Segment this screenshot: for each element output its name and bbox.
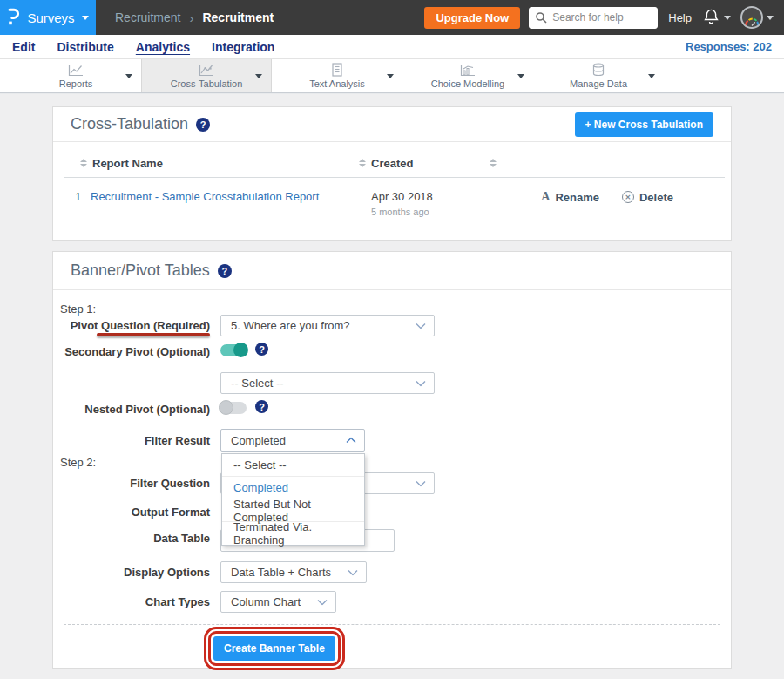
column-report-name[interactable]: Report Name	[92, 157, 354, 170]
help-question-icon[interactable]: ?	[255, 343, 268, 356]
output-format-label: Output Format	[53, 506, 210, 519]
breadcrumb: Recruitment › Recruitment	[115, 10, 274, 25]
red-underline-annotation	[97, 333, 210, 336]
nav-item-edit[interactable]: Edit	[12, 40, 35, 54]
chevron-down-icon	[416, 480, 426, 486]
tab-label: Reports	[59, 78, 93, 89]
upgrade-now-button[interactable]: Upgrade Now	[424, 7, 520, 29]
analytics-toolbar: Reports Cross-Tabulation Text Analysis C…	[0, 59, 784, 93]
delete-label: Delete	[639, 191, 673, 204]
breadcrumb-current: Recruitment	[202, 10, 274, 24]
line-chart-icon	[68, 63, 84, 77]
dropdown-option[interactable]: Terminated Via. Branching	[222, 522, 364, 545]
new-cross-tabulation-button[interactable]: + New Cross Tabulation	[575, 112, 714, 137]
help-link[interactable]: Help	[668, 11, 692, 24]
rename-label: Rename	[555, 191, 599, 204]
filter-result-select[interactable]: Completed	[220, 429, 365, 452]
banner-pivot-header: Banner/Pivot Tables ?	[53, 252, 731, 290]
sort-icon[interactable]	[75, 159, 92, 167]
sort-icon[interactable]	[484, 159, 502, 167]
bell-icon	[703, 8, 720, 28]
table-row: 1 Recruitment - Sample Crosstabulation R…	[75, 178, 713, 217]
top-bar: Surveys Recruitment › Recruitment Upgrad…	[0, 0, 784, 35]
nested-pivot-label: Nested Pivot (Optional)	[53, 403, 210, 416]
nested-pivot-toggle[interactable]	[220, 402, 247, 414]
toggle-knob	[233, 343, 248, 357]
help-search-input[interactable]	[529, 7, 658, 29]
survey-nav: Edit Distribute Analytics Integration Re…	[0, 35, 784, 59]
secondary-pivot-toggle[interactable]	[220, 344, 247, 356]
nav-item-distribute[interactable]: Distribute	[57, 40, 113, 54]
pivot-question-select[interactable]: 5. Where are you from?	[220, 315, 435, 336]
rename-button[interactable]: A Rename	[541, 190, 599, 204]
create-banner-table-button[interactable]: Create Banner Table	[213, 636, 335, 661]
help-question-icon[interactable]: ?	[255, 400, 268, 413]
delete-button[interactable]: ✕ Delete	[622, 190, 673, 204]
help-search	[529, 7, 658, 29]
notifications-menu[interactable]	[703, 8, 731, 28]
filter-result-dropdown: -- Select -- Completed Started But Not C…	[221, 453, 365, 546]
questionpro-logo-icon	[7, 8, 20, 28]
chevron-down-icon[interactable]	[648, 74, 655, 78]
reports-table: Report Name Created 1 Recruitment - Samp…	[53, 142, 731, 240]
chevron-down-icon[interactable]	[517, 74, 524, 78]
tab-label: Choice Modelling	[431, 78, 504, 89]
chevron-down-icon[interactable]	[125, 74, 132, 78]
tab-choice-modelling[interactable]: Choice Modelling	[402, 59, 533, 92]
tab-text-analysis[interactable]: Text Analysis	[272, 59, 402, 92]
toggle-knob	[219, 400, 233, 415]
chart-types-label: Chart Types	[53, 595, 210, 608]
chevron-up-icon	[346, 438, 356, 444]
help-question-icon[interactable]: ?	[218, 264, 232, 278]
chevron-down-icon	[416, 323, 426, 329]
red-highlight-annotation: Create Banner Table	[208, 631, 341, 666]
step2-label: Step 2:	[60, 456, 96, 469]
chevron-down-icon	[82, 16, 89, 20]
created-date: Apr 30 2018	[371, 190, 502, 203]
dropdown-option[interactable]: Started But Not Completed	[222, 499, 364, 522]
dropdown-option[interactable]: -- Select --	[222, 454, 364, 477]
choice-chart-icon	[460, 63, 476, 77]
created-cell: Apr 30 2018 5 months ago	[371, 190, 502, 217]
chevron-down-icon	[767, 16, 774, 20]
surveys-product-menu[interactable]: Surveys	[0, 0, 96, 35]
chevron-down-icon	[416, 380, 426, 386]
dropdown-option-selected[interactable]: Completed	[222, 477, 364, 499]
column-created[interactable]: Created	[371, 157, 484, 170]
section-title: Banner/Pivot Tables	[71, 261, 210, 280]
display-options-label: Display Options	[53, 566, 210, 579]
account-menu[interactable]	[740, 6, 774, 29]
reports-table-header: Report Name Created	[75, 149, 713, 177]
responses-count[interactable]: Responses: 202	[686, 40, 772, 53]
nav-item-analytics[interactable]: Analytics	[136, 40, 190, 54]
help-question-icon[interactable]: ?	[196, 118, 210, 132]
banner-pivot-panel: Banner/Pivot Tables ? Step 1: Pivot Ques…	[52, 251, 732, 669]
tab-label: Manage Data	[570, 78, 627, 89]
cross-tabulation-header: Cross-Tabulation ? + New Cross Tabulatio…	[53, 107, 731, 142]
pivot-question-label: Pivot Question (Required)	[53, 319, 210, 332]
created-ago: 5 months ago	[371, 207, 502, 217]
rename-icon: A	[541, 190, 550, 204]
filter-result-label: Filter Result	[53, 434, 210, 447]
report-link[interactable]: Recruitment - Sample Crosstabulation Rep…	[91, 190, 371, 203]
display-options-select[interactable]: Data Table + Charts	[220, 561, 367, 583]
banner-pivot-form: Step 1: Pivot Question (Required) 5. Whe…	[53, 290, 731, 669]
row-actions: A Rename ✕ Delete	[541, 190, 713, 204]
tab-reports[interactable]: Reports	[10, 59, 141, 92]
new-cross-tabulation-label: New Cross Tabulation	[594, 119, 703, 131]
tab-manage-data[interactable]: Manage Data	[533, 59, 664, 92]
breadcrumb-separator-icon: ›	[189, 10, 193, 25]
tab-cross-tabulation[interactable]: Cross-Tabulation	[141, 59, 272, 92]
sort-icon[interactable]	[354, 159, 371, 167]
step1-label: Step 1:	[60, 302, 96, 316]
breadcrumb-parent[interactable]: Recruitment	[115, 10, 180, 24]
nav-item-integration[interactable]: Integration	[212, 40, 274, 54]
filter-result-value: Completed	[231, 434, 286, 447]
page-title: Cross-Tabulation	[71, 115, 188, 133]
secondary-pivot-select[interactable]: -- Select --	[220, 372, 435, 394]
tab-label: Cross-Tabulation	[171, 78, 243, 89]
chevron-down-icon[interactable]	[255, 74, 262, 78]
chevron-down-icon[interactable]	[387, 74, 394, 78]
delete-circle-x-icon: ✕	[622, 191, 634, 203]
chart-types-select[interactable]: Column Chart	[220, 591, 336, 613]
